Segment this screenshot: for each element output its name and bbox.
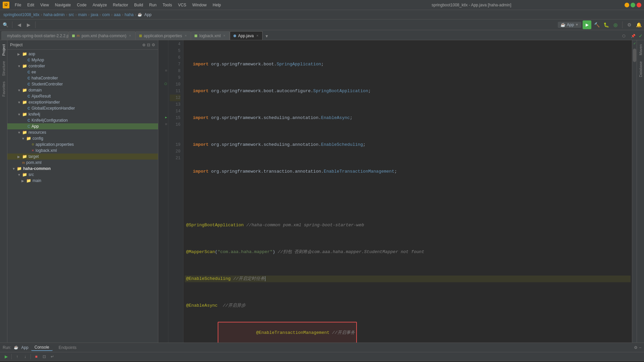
bc-aaa[interactable]: aaa bbox=[114, 12, 121, 17]
tree-item-main[interactable]: ▶ 📁 main bbox=[7, 178, 158, 184]
menu-build[interactable]: Build bbox=[131, 2, 146, 8]
menu-help[interactable]: Help bbox=[210, 2, 224, 8]
notifications-button[interactable]: 🔔 bbox=[635, 21, 643, 29]
vtab-project[interactable]: Project bbox=[0, 42, 7, 58]
bc-src[interactable]: src bbox=[69, 12, 74, 17]
tree-item-knife4jconfig[interactable]: C Knife4jConfiguration bbox=[7, 117, 158, 123]
arrow-icon: ▼ bbox=[17, 113, 22, 116]
run-tab-console[interactable]: Console bbox=[31, 344, 53, 351]
editor-scrollbar[interactable]: ✓ bbox=[632, 40, 637, 343]
settings-button[interactable]: ⚙ bbox=[625, 21, 633, 29]
navigate-back-button[interactable]: ◀ bbox=[15, 21, 23, 29]
tab-pom-close[interactable]: × bbox=[128, 34, 132, 38]
bc-java[interactable]: java bbox=[91, 12, 98, 17]
tree-item-app[interactable]: C App bbox=[7, 123, 158, 129]
tab-java-close[interactable]: × bbox=[256, 34, 259, 38]
tree-item-studentcontroller[interactable]: C StudentController bbox=[7, 81, 158, 87]
scroll-up-button[interactable]: ↑ bbox=[14, 353, 20, 360]
tab-appprops[interactable]: application.properties × bbox=[136, 31, 191, 40]
bc-com[interactable]: com bbox=[102, 12, 110, 17]
menu-code[interactable]: Code bbox=[74, 2, 89, 8]
bc-project[interactable]: springboot1008_ktlx bbox=[3, 12, 39, 17]
menu-refactor[interactable]: Refactor bbox=[110, 2, 131, 8]
linenum-17 bbox=[170, 128, 180, 135]
menu-run[interactable]: Run bbox=[147, 2, 159, 8]
menu-file[interactable]: File bbox=[12, 2, 24, 8]
coverage-button[interactable]: ◎ bbox=[611, 21, 620, 29]
tree-item-globalexceptionhandler[interactable]: C GlobalExceptionHandler bbox=[7, 105, 158, 111]
tree-item-src[interactable]: ▼ 📁 src bbox=[7, 172, 158, 178]
vtab-structure[interactable]: Structure bbox=[0, 58, 7, 79]
vtab-favorites[interactable]: Favorites bbox=[0, 79, 7, 99]
minimize-button[interactable] bbox=[625, 3, 629, 7]
tree-item-ee[interactable]: C ee bbox=[7, 69, 158, 75]
navigate-forward-button[interactable]: ▶ bbox=[24, 21, 33, 29]
tab-app-java[interactable]: App.java × bbox=[230, 31, 263, 40]
tree-item-knife4j[interactable]: ▼ 📁 knife4j bbox=[7, 111, 158, 117]
gutter-8-fold[interactable]: ⊟ bbox=[158, 67, 168, 74]
sidebar-collapse-button[interactable]: ⊟ bbox=[147, 43, 150, 47]
gutter-16-fold[interactable]: ⊟ bbox=[158, 121, 168, 127]
restart-button[interactable]: ▶ bbox=[3, 353, 9, 360]
tree-item-target[interactable]: ▶ 📁 target bbox=[7, 154, 158, 160]
tab-logback[interactable]: logback.xml × bbox=[191, 31, 229, 40]
run-config-selector[interactable]: ☕ App ▼ bbox=[558, 22, 581, 28]
menu-vcs[interactable]: VCS bbox=[175, 2, 189, 8]
code-line-10: @SpringBootApplication //haha-common pom… bbox=[185, 222, 631, 229]
tab-logback-close[interactable]: × bbox=[223, 34, 226, 38]
menu-edit[interactable]: Edit bbox=[24, 2, 37, 8]
scrollbar-thumb[interactable] bbox=[633, 49, 636, 62]
gutter-15-run[interactable]: ▶ bbox=[158, 114, 168, 121]
menu-view[interactable]: View bbox=[38, 2, 52, 8]
tree-item-logback[interactable]: ✕ logback.xml bbox=[7, 147, 158, 154]
run-settings-icon[interactable]: ⚙ bbox=[634, 345, 638, 350]
close-button[interactable] bbox=[637, 3, 641, 7]
clear-button[interactable]: ⊡ bbox=[41, 353, 48, 360]
tab-pom-common[interactable]: m pom.xml (haha-common) × bbox=[68, 31, 136, 40]
toolbar-buttons: 🔍 ◀ ▶ bbox=[1, 21, 37, 29]
bc-module[interactable]: haha-admin bbox=[43, 12, 64, 17]
editor-expand-button[interactable]: ⬡ bbox=[620, 32, 628, 40]
menu-analyze[interactable]: Analyze bbox=[90, 2, 110, 8]
tree-item-hahacontroller[interactable]: C hahaController bbox=[7, 75, 158, 81]
editor-content[interactable]: ⊟ ⬡ ▶ ⊟ 4 5 6 7 bbox=[158, 40, 632, 343]
stop-button[interactable]: ■ bbox=[33, 353, 40, 360]
tree-item-ajaxresult[interactable]: C AjaxResult bbox=[7, 93, 158, 99]
sidebar-scope-button[interactable]: ⊕ bbox=[142, 43, 146, 47]
maximize-button[interactable] bbox=[631, 3, 635, 7]
editor-pin-button[interactable]: 📌 bbox=[629, 32, 637, 40]
toolbar: 🔍 ◀ ▶ ☕ App ▼ ▶ 🔨 🐛 ◎ ⚙ 🔔 bbox=[0, 19, 644, 30]
tree-item-aop[interactable]: ▶ 📁 aop bbox=[7, 51, 158, 57]
tree-item-domain[interactable]: ▼ 📁 domain bbox=[7, 87, 158, 93]
tree-item-myaop[interactable]: C MyAop bbox=[7, 57, 158, 63]
tree-item-haha-common[interactable]: ▼ 📁 haha-common bbox=[7, 166, 158, 172]
wrap-button[interactable]: ↵ bbox=[49, 353, 56, 360]
tree-item-controller[interactable]: ▼ 📁 controller bbox=[7, 63, 158, 69]
run-close-icon[interactable]: − bbox=[639, 345, 641, 350]
debug-button[interactable]: 🐛 bbox=[602, 21, 610, 29]
tree-item-resources[interactable]: ▼ 📁 resources bbox=[7, 129, 158, 135]
tab-mybatis[interactable]: mybatis-spring-boot-starter-2.2.2.pom × bbox=[1, 31, 68, 40]
more-tabs-button[interactable]: ▼ bbox=[263, 33, 270, 40]
build-button[interactable]: 🔨 bbox=[593, 21, 601, 29]
tree-item-exceptionhandler[interactable]: ▼ 📁 exceptionHandler bbox=[7, 99, 158, 105]
scroll-down-button[interactable]: ↓ bbox=[22, 353, 29, 360]
menu-tools[interactable]: Tools bbox=[160, 2, 175, 8]
vtab-maven[interactable]: Maven bbox=[638, 42, 644, 58]
tab-prop-close[interactable]: × bbox=[184, 34, 187, 38]
bc-haha[interactable]: haha bbox=[125, 12, 134, 17]
search-everywhere-button[interactable]: 🔍 bbox=[1, 21, 9, 29]
tree-item-pomxml[interactable]: m pom.xml bbox=[7, 160, 158, 166]
tree-label: resources bbox=[29, 130, 46, 135]
menu-window[interactable]: Window bbox=[190, 2, 209, 8]
run-tab-endpoints[interactable]: Endpoints bbox=[55, 345, 80, 351]
sidebar-settings-button[interactable]: ⚙ bbox=[152, 43, 155, 47]
tree-item-config[interactable]: ▼ 📁 config bbox=[7, 135, 158, 141]
tree-item-appprops[interactable]: ⚙ application.properties bbox=[7, 141, 158, 147]
code-lines[interactable]: import org.springframework.boot.SpringAp… bbox=[183, 40, 632, 343]
vtab-database[interactable]: Database bbox=[638, 59, 644, 80]
linenum-21: 21 bbox=[170, 155, 180, 162]
bc-main[interactable]: main bbox=[78, 12, 87, 17]
menu-navigate[interactable]: Navigate bbox=[52, 2, 73, 8]
run-button[interactable]: ▶ bbox=[583, 20, 591, 29]
